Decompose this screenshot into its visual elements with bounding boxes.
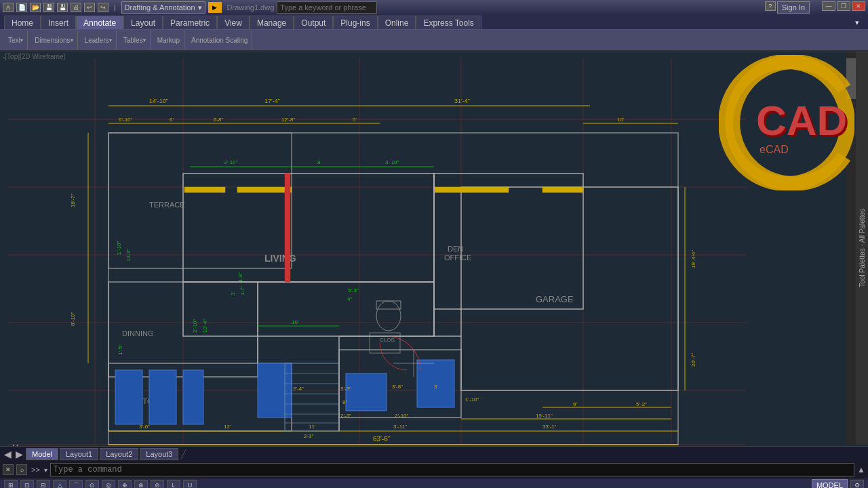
svg-text:DINNING: DINNING	[122, 329, 153, 338]
tab-parametric[interactable]: Parametric	[163, 16, 217, 29]
tab-manage[interactable]: Manage	[250, 16, 294, 29]
svg-text:5': 5'	[353, 117, 357, 123]
new-file-icon[interactable]: 📄	[16, 3, 27, 12]
save-as-icon[interactable]: 💾	[57, 3, 68, 12]
drawing-area[interactable]: -[Top][2D Wireframe]	[0, 52, 868, 446]
redo-icon[interactable]: ↪	[98, 3, 108, 12]
status-grid-icon[interactable]: ⊡	[20, 480, 34, 488]
tab-layout[interactable]: Layout	[123, 16, 163, 29]
svg-text:10': 10'	[292, 319, 299, 325]
status-isnap-icon[interactable]: ⌒	[69, 480, 83, 488]
svg-text:26'-7": 26'-7"	[690, 352, 696, 367]
status-gear-icon[interactable]: ⚙	[850, 480, 864, 488]
ribbon-collapse-btn[interactable]: ▾	[850, 16, 864, 29]
svg-rect-20	[461, 187, 678, 390]
svg-text:12'-8": 12'-8"	[281, 117, 296, 123]
status-bar: ⊞ ⊡ ⊟ △ ⌒ ⊙ ◎ ⊕ ⊗ ⊘ L U MODEL ⚙	[0, 479, 868, 488]
svg-rect-92	[434, 187, 509, 192]
nav-prev-layout[interactable]: ◀	[3, 449, 13, 460]
status-dyn-icon[interactable]: ◎	[102, 480, 115, 488]
command-search-btn[interactable]: ⌕	[16, 464, 27, 475]
svg-text:18'-7": 18'-7"	[70, 193, 76, 207]
command-input[interactable]	[50, 463, 854, 476]
svg-text:3'-11": 3'-11"	[393, 424, 408, 430]
svg-text:17'-4": 17'-4"	[264, 98, 280, 104]
svg-point-96	[376, 301, 401, 331]
tab-output[interactable]: Output	[294, 16, 333, 29]
nav-next-layout[interactable]: ▶	[14, 449, 24, 460]
svg-rect-17	[434, 174, 583, 309]
print-icon[interactable]: 🖨	[71, 3, 81, 12]
status-polar-icon[interactable]: △	[53, 480, 66, 488]
current-file-btn[interactable]: ▶	[208, 2, 222, 13]
title-bar-left: A 📄 📂 💾 💾 🖨 ↩ ↪ | Drafting & Annotation …	[3, 1, 377, 14]
svg-rect-31	[258, 363, 292, 418]
command-prompt-icon: >>	[31, 466, 40, 474]
svg-text:9': 9'	[573, 401, 577, 407]
svg-rect-93	[542, 187, 583, 192]
keyword-search-input[interactable]	[277, 1, 377, 14]
group-tables[interactable]: Tables ▾	[119, 30, 151, 49]
group-text[interactable]: Text ▾	[4, 30, 28, 49]
command-line: ✕ ⌕ >> ▾ ▲	[0, 461, 868, 479]
restore-button[interactable]: ❐	[837, 1, 850, 11]
tab-layout2[interactable]: Layout2	[100, 448, 138, 460]
svg-text:33'-1": 33'-1"	[542, 424, 557, 430]
svg-text:11': 11'	[309, 424, 316, 430]
open-icon[interactable]: 📂	[30, 3, 41, 12]
svg-text:8'-10": 8'-10"	[70, 312, 76, 326]
svg-text:10'-4": 10'-4"	[202, 319, 208, 333]
svg-text:1'-5": 1'-5"	[117, 344, 123, 355]
close-button[interactable]: ✕	[852, 1, 865, 11]
title-bar: A 📄 📂 💾 💾 🖨 ↩ ↪ | Drafting & Annotation …	[0, 0, 868, 15]
group-annotation-scaling[interactable]: Annotation Scaling	[187, 30, 252, 49]
status-anno-icon[interactable]: L	[167, 480, 180, 488]
undo-icon[interactable]: ↩	[84, 3, 95, 12]
svg-text:2'-4": 2'-4"	[293, 386, 304, 392]
group-markup[interactable]: Markup	[153, 30, 184, 49]
tab-layout1[interactable]: Layout1	[60, 448, 98, 460]
group-dimensions[interactable]: Dimensions ▾	[31, 30, 77, 49]
model-button[interactable]: MODEL	[812, 479, 848, 488]
tab-online[interactable]: Online	[378, 16, 416, 29]
command-expand-btn[interactable]: ▲	[857, 465, 865, 474]
save-icon[interactable]: 💾	[43, 3, 54, 12]
command-close-btn[interactable]: ✕	[3, 464, 14, 475]
svg-rect-90	[184, 187, 225, 192]
help-icon[interactable]: ?	[765, 1, 776, 11]
tab-home[interactable]: Home	[4, 16, 41, 29]
svg-rect-103	[285, 174, 290, 282]
tab-annotate[interactable]: Annotate	[76, 16, 123, 29]
tab-model[interactable]: Model	[26, 448, 58, 460]
tab-layout3[interactable]: Layout3	[140, 448, 178, 460]
svg-rect-29	[149, 370, 176, 424]
svg-text:2'-3": 2'-3"	[340, 413, 351, 419]
svg-text:4": 4"	[347, 296, 352, 302]
sign-in-button[interactable]: Sign In	[777, 1, 810, 14]
svg-text:3'-3": 3'-3"	[340, 386, 351, 392]
tab-express-tools[interactable]: Express Tools	[416, 16, 481, 29]
svg-text:3'-10": 3'-10"	[385, 159, 399, 165]
minimize-button[interactable]: —	[822, 1, 835, 11]
status-trans-icon[interactable]: ⊗	[134, 480, 148, 488]
svg-text:2-3": 2-3"	[304, 433, 314, 439]
status-sel-icon[interactable]: ⊘	[151, 480, 164, 488]
status-itrack-icon[interactable]: ⊙	[85, 480, 99, 488]
tool-palettes-panel[interactable]: Tool Palettes - All Palettes	[856, 52, 868, 445]
tab-plugins[interactable]: Plug-ins	[333, 16, 377, 29]
status-snap-icon[interactable]: ⊞	[4, 480, 18, 488]
status-ortho-icon[interactable]: ⊟	[37, 480, 50, 488]
status-lw-icon[interactable]: ⊕	[118, 480, 132, 488]
svg-rect-13	[108, 133, 292, 268]
tab-insert[interactable]: Insert	[41, 16, 76, 29]
app-icon[interactable]: A	[3, 3, 14, 12]
status-ws-icon[interactable]: U	[183, 480, 197, 488]
tab-view[interactable]: View	[217, 16, 250, 29]
workspace-dropdown[interactable]: Drafting & Annotation ▾	[121, 1, 205, 14]
tool-palettes-label: Tool Palettes - All Palettes	[859, 209, 866, 287]
svg-text:3'-6": 3'-6"	[139, 424, 150, 430]
svg-text:1-8": 1-8"	[237, 272, 243, 282]
group-leaders[interactable]: Leaders ▾	[81, 30, 117, 49]
svg-text:1'-10": 1'-10"	[465, 396, 479, 403]
svg-text:TERRACE: TERRACE	[149, 201, 185, 209]
